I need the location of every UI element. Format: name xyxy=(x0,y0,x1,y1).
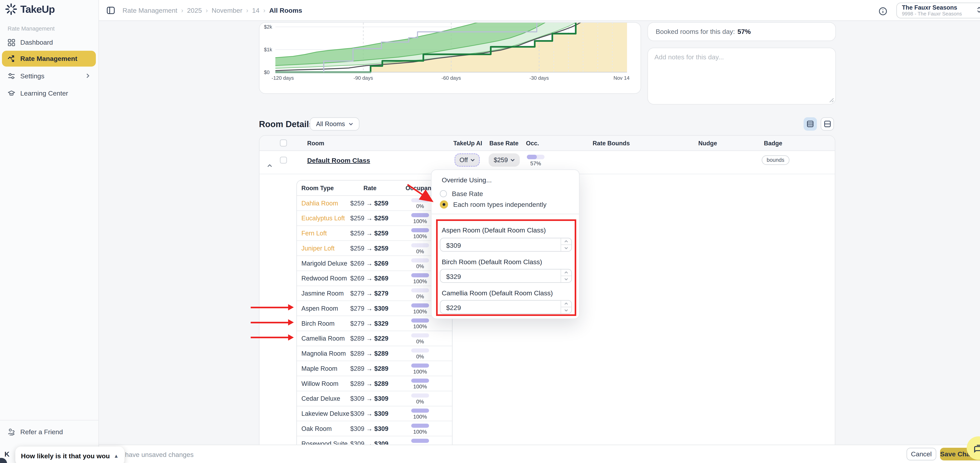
room-occupancy: 100% xyxy=(411,228,429,239)
room-type-row-magnolia-room[interactable]: Magnolia Room$289 → $2890% xyxy=(297,346,452,362)
row-checkbox[interactable] xyxy=(280,157,287,164)
booked-rooms-value: 57% xyxy=(738,28,751,35)
radio-option-each-room-type[interactable]: Each room types independently xyxy=(440,200,546,209)
room-type-row-fern-loft[interactable]: Fern Loft$259 → $259100% xyxy=(297,226,452,241)
override-input-birch xyxy=(440,269,572,283)
stepper-down-icon[interactable] xyxy=(561,276,571,282)
chat-bubbles-icon xyxy=(973,443,980,453)
breadcrumb-item[interactable]: 2025 xyxy=(187,7,202,14)
room-rate: $289 → $289 xyxy=(334,380,405,387)
stepper-up-icon[interactable] xyxy=(561,238,571,245)
stepper-up-icon[interactable] xyxy=(561,301,571,307)
room-type-row-aspen-room[interactable]: Aspen Room$279 → $309100% xyxy=(297,301,452,316)
room-rate: $259 → $259 xyxy=(334,245,405,252)
room-occupancy: 0% xyxy=(411,393,429,405)
radio-option-base-rate[interactable]: Base Rate xyxy=(440,189,483,198)
room-type-name: Birch Room xyxy=(301,320,334,327)
room-type-row-maple-room[interactable]: Maple Room$289 → $289100% xyxy=(297,361,452,376)
top-bar: Rate Management›2025›November›14›All Roo… xyxy=(99,0,980,21)
chevron-updown-icon xyxy=(977,7,980,13)
room-type-row-oak-room[interactable]: Oak Room$309 → $309100% xyxy=(297,421,452,436)
takeup-logo[interactable]: TakeUp xyxy=(5,3,55,15)
revenue-pace-chart: -120 days-90 days-60 days-30 daysNov 14$… xyxy=(259,23,641,94)
override-input-aspen xyxy=(440,238,572,252)
sidebar-section-label: Rate Management xyxy=(8,25,55,32)
sidebar-item-refer-a-friend[interactable]: Refer a Friend xyxy=(2,425,96,439)
room-filter-dropdown[interactable]: All Rooms xyxy=(310,117,360,131)
room-occupancy: 0% xyxy=(411,349,429,360)
booked-rooms-label: Booked rooms for this day: xyxy=(655,28,735,35)
room-type-row-marigold-deluxe[interactable]: Marigold Deluxe$269 → $2690% xyxy=(297,256,452,271)
rate-input[interactable] xyxy=(441,301,571,314)
breadcrumb-item[interactable]: All Rooms xyxy=(269,7,302,14)
room-rate: $279 → $279 xyxy=(334,290,405,297)
breadcrumb-separator: › xyxy=(205,7,208,14)
room-type-row-birch-room[interactable]: Birch Room$279 → $329100% xyxy=(297,316,452,331)
room-occupancy: 100% xyxy=(411,273,429,285)
stepper-down-icon[interactable] xyxy=(561,245,571,251)
radio-icon xyxy=(440,190,447,197)
room-type-row-dahlia-room[interactable]: Dahlia Room$259 → $2590% xyxy=(297,196,452,211)
breadcrumb-separator: › xyxy=(181,7,183,14)
room-type-row-camellia-room[interactable]: Camellia Room$289 → $2290% xyxy=(297,331,452,346)
unsaved-changes-text: have unsaved changes xyxy=(125,451,194,458)
info-icon[interactable] xyxy=(878,6,887,15)
room-occupancy: 0% xyxy=(411,288,429,300)
svg-text:-60 days: -60 days xyxy=(442,75,461,81)
sidebar-toggle-icon[interactable] xyxy=(106,6,116,15)
breadcrumb-separator: › xyxy=(246,7,248,14)
room-rate: $289 → $289 xyxy=(334,365,405,372)
view-toggle-table[interactable] xyxy=(803,117,817,131)
breadcrumb-item[interactable]: November xyxy=(212,7,242,14)
breadcrumb-item[interactable]: Rate Management xyxy=(123,7,177,14)
sidebar-item-label: Refer a Friend xyxy=(21,428,63,436)
column-header-rate: Rate xyxy=(348,181,392,196)
view-toggle-cards[interactable] xyxy=(821,117,834,131)
triangle-icon: ▲ xyxy=(114,453,119,459)
takeup-ai-dropdown[interactable]: Off xyxy=(455,153,480,166)
survey-widget[interactable]: How likely is it that you would ... ▲ xyxy=(15,447,124,463)
sidebar-item-learning-center[interactable]: Learning Center xyxy=(2,86,96,100)
sidebar-item-settings[interactable]: Settings xyxy=(2,69,96,83)
popover-title: Override Using... xyxy=(442,176,492,184)
footer-bar: have unsaved changes Cancel Save Changes xyxy=(99,445,980,463)
room-filter-label: All Rooms xyxy=(316,121,345,128)
cancel-button[interactable]: Cancel xyxy=(907,448,936,460)
stepper-down-icon[interactable] xyxy=(561,307,571,313)
column-header-badge: Badge xyxy=(757,136,789,151)
column-header-occ: Occ. xyxy=(522,136,543,151)
number-stepper xyxy=(560,238,571,251)
sidebar-item-label: Rate Management xyxy=(21,55,78,62)
rate-input[interactable] xyxy=(441,270,571,283)
rate-input[interactable] xyxy=(441,239,571,252)
room-type-name: Dahlia Room xyxy=(301,200,338,207)
base-rate-dropdown[interactable]: $259 xyxy=(488,153,520,166)
room-type-row-jasmine-room[interactable]: Jasmine Room$279 → $2790% xyxy=(297,286,452,301)
room-type-row-lakeview-deluxe[interactable]: Lakeview Deluxe$309 → $309100% xyxy=(297,406,452,422)
collapse-chevron-icon[interactable] xyxy=(267,158,272,170)
breadcrumb-item[interactable]: 14 xyxy=(252,7,259,14)
override-input-camellia xyxy=(440,300,572,314)
room-type-row-eucalyptus-loft[interactable]: Eucalyptus Loft$259 → $259100% xyxy=(297,211,452,226)
room-class-name[interactable]: Default Room Class xyxy=(307,157,370,164)
select-all-checkbox[interactable] xyxy=(280,140,287,146)
room-rate: $309 → $309 xyxy=(334,410,405,417)
sidebar-item-rate-management[interactable]: Rate Management xyxy=(2,51,96,67)
property-name: The Fauxr Seasons xyxy=(902,4,980,11)
room-type-row-cedar-deluxe[interactable]: Cedar Deluxe$309 → $3090% xyxy=(297,391,452,406)
sidebar-item-dashboard[interactable]: Dashboard xyxy=(2,35,96,49)
room-type-name: Willow Room xyxy=(301,380,339,387)
room-type-row-redwood-room[interactable]: Redwood Room$269 → $269100% xyxy=(297,271,452,286)
room-type-row-willow-room[interactable]: Willow Room$289 → $289100% xyxy=(297,376,452,391)
chevron-down-icon xyxy=(349,122,353,125)
stepper-up-icon[interactable] xyxy=(561,270,571,276)
svg-text:-30 days: -30 days xyxy=(530,75,549,81)
room-rate: $289 → $289 xyxy=(334,350,405,357)
base-rate-value: $259 xyxy=(494,157,508,164)
property-selector[interactable]: The Fauxr Seasons 9998 - The Fauxr Seaso… xyxy=(896,3,980,18)
day-notes-input[interactable] xyxy=(648,48,835,104)
rate-management-app: Rate Management›2025›November›14›All Roo… xyxy=(0,0,980,463)
chevron-right-icon xyxy=(86,72,89,80)
room-type-row-juniper-loft[interactable]: Juniper Loft$259 → $2590% xyxy=(297,241,452,256)
room-rate: $259 → $259 xyxy=(334,215,405,222)
